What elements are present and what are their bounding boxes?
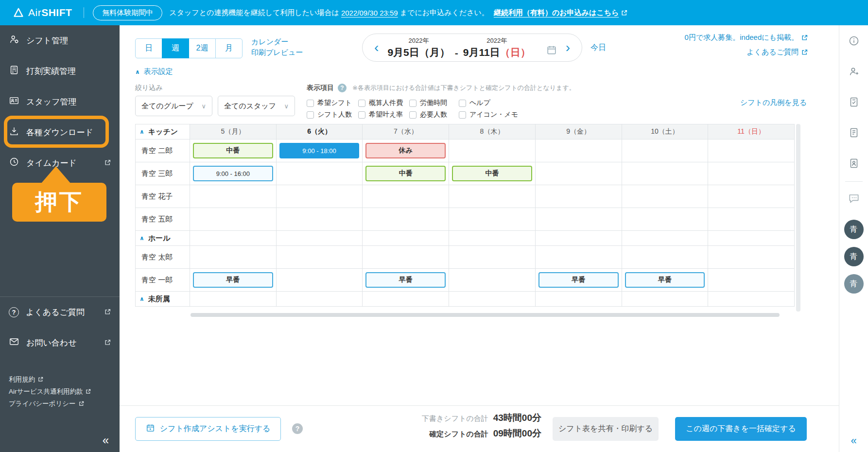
shift-cell[interactable]: 休み [363,139,449,162]
checkbox-box[interactable] [307,100,314,107]
sidebar-collapse-button[interactable]: « [103,434,109,447]
checkbox-box[interactable] [358,111,365,119]
shift-chip[interactable]: 中番 [452,166,532,181]
shift-cell[interactable]: 中番 [190,139,277,162]
shift-assist-button[interactable]: シフト作成アシストを実行する [135,417,281,441]
shift-cell[interactable] [277,185,363,208]
next-week-button[interactable]: › [564,41,572,54]
shift-cell[interactable] [363,185,449,208]
share-print-button[interactable]: シフト表を共有・印刷する [553,417,659,441]
add-staff-icon[interactable] [839,56,868,87]
group-select[interactable]: 全てのグループ ∨ [135,96,212,116]
shift-cell[interactable] [449,185,536,208]
shift-cell[interactable] [190,208,277,231]
shift-cell[interactable] [622,185,709,208]
shift-cell[interactable] [190,185,277,208]
checkbox-box[interactable] [307,111,314,119]
shift-cell[interactable] [622,139,709,162]
shift-cell[interactable] [536,185,622,208]
terms-link[interactable]: 利用規約 [9,373,91,385]
view-button-2[interactable]: 2週 [189,38,216,58]
shift-cell[interactable] [277,162,363,185]
sidebar-item-faq[interactable]: ? よくあるご質問 [0,297,120,328]
shift-check-icon[interactable] [839,87,868,117]
staff-avatar[interactable]: 青 [844,274,864,294]
view-button-3[interactable]: 月 [215,38,243,58]
shift-cell[interactable]: 早番 [190,269,277,292]
display-item-checkbox[interactable]: 労働時間 [409,97,459,109]
shift-cell[interactable] [708,162,795,185]
shift-request-icon[interactable] [839,117,868,148]
shift-cell[interactable] [536,246,622,269]
view-button-0[interactable]: 日 [135,38,162,58]
display-item-checkbox[interactable]: シフト人数 [307,109,358,121]
sidebar-item-time-record[interactable]: 打刻実績管理 [0,56,120,87]
shift-chip[interactable]: 中番 [193,143,273,158]
sidebar-item-shift-management[interactable]: シフト管理 [0,25,120,56]
shift-cell[interactable] [708,139,795,162]
shift-cell[interactable] [449,269,536,292]
calendar-print-preview-link[interactable]: カレンダー 印刷プレビュー [251,36,303,58]
shift-cell[interactable] [622,208,709,231]
shift-cell[interactable] [277,269,363,292]
prev-week-button[interactable]: ‹ [372,41,381,54]
shift-chip[interactable]: 早番 [365,272,446,288]
help-question-icon[interactable]: ? [338,84,347,92]
shift-cell[interactable] [536,139,622,162]
display-item-checkbox[interactable]: 希望叶え率 [358,109,409,121]
shift-cell[interactable] [708,269,795,292]
air-terms-link[interactable]: Airサービス共通利用約款 [9,385,91,398]
shift-cell[interactable] [708,185,795,208]
shift-chip[interactable]: 早番 [625,272,705,288]
shift-cell[interactable]: 9:00 - 16:00 [190,162,277,185]
shift-legend-link[interactable]: シフトの凡例を見る [740,98,807,107]
vertical-scrollbar[interactable] [796,124,800,312]
checkbox-box[interactable] [409,111,417,119]
today-link[interactable]: 今日 [590,43,606,53]
group-toggle[interactable]: ∧未所属 [136,292,190,307]
shift-cell[interactable] [622,162,709,185]
shift-cell[interactable] [449,139,536,162]
checkbox-box[interactable] [459,111,466,119]
staff-select[interactable]: 全てのスタッフ ∨ [218,96,295,116]
display-item-checkbox[interactable]: ヘルプ [459,97,523,109]
shift-cell[interactable]: 早番 [363,269,449,292]
shift-cell[interactable] [190,246,277,269]
display-item-checkbox[interactable]: 希望シフト [307,97,358,109]
calendar-icon[interactable] [546,45,557,57]
shift-chip[interactable]: 中番 [365,166,446,181]
paid-signup-link[interactable]: 継続利用（有料）のお申込みはこちら [494,8,627,17]
faq-top-link[interactable]: よくあるご質問 [685,45,808,59]
checkbox-box[interactable] [358,100,365,107]
confirm-week-button[interactable]: この週の下書きを一括確定する [675,417,807,441]
shift-cell[interactable]: 中番 [449,162,536,185]
comment-icon[interactable] [839,185,868,212]
shift-chip[interactable]: 9:00 - 18:00 [279,143,360,158]
sidebar-item-contact[interactable]: お問い合わせ [0,328,120,358]
shift-chip[interactable]: 早番 [193,272,273,288]
shift-cell[interactable] [363,246,449,269]
help-question-icon[interactable]: ? [292,423,303,434]
shift-chip[interactable]: 早番 [538,272,619,288]
checkbox-box[interactable] [409,100,417,107]
shift-cell[interactable] [363,208,449,231]
right-toolbar-collapse-button[interactable]: « [839,435,868,447]
job-posting-link[interactable]: 0円で求人募集。indeedにも掲載。 [685,30,808,45]
sidebar-item-downloads[interactable]: 各種ダウンロード [0,117,120,148]
shift-chip[interactable]: 9:00 - 16:00 [193,166,273,181]
display-item-checkbox[interactable]: アイコン・メモ [459,109,523,121]
shift-cell[interactable] [536,208,622,231]
info-icon[interactable] [839,25,868,56]
shift-cell[interactable]: 9:00 - 18:00 [277,139,363,162]
shift-chip[interactable]: 休み [365,143,446,158]
display-item-checkbox[interactable]: 概算人件費 [358,97,409,109]
shift-cell[interactable] [536,162,622,185]
shift-cell[interactable] [449,246,536,269]
shift-cell[interactable] [708,208,795,231]
horizontal-scrollbar[interactable] [191,313,780,317]
sidebar-item-staff-management[interactable]: スタッフ管理 [0,87,120,117]
shift-cell[interactable] [277,246,363,269]
view-button-1[interactable]: 週 [162,38,189,58]
privacy-link[interactable]: プライバシーポリシー [9,398,91,410]
checkbox-box[interactable] [459,100,466,107]
